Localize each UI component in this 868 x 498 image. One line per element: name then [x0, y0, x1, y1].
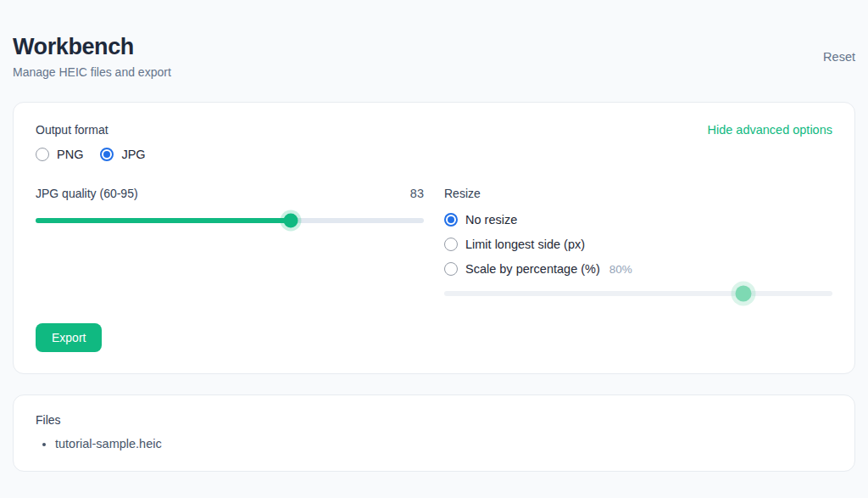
quality-section: JPG quality (60-95) 83 [36, 187, 424, 301]
scale-percentage-slider[interactable] [444, 286, 832, 301]
resize-section: Resize No resize Limit longest side (px)… [444, 187, 832, 301]
radio-icon[interactable] [444, 262, 458, 276]
format-option-label: PNG [57, 148, 83, 161]
resize-option-label: No resize [465, 213, 517, 227]
slider-thumb[interactable] [283, 214, 298, 228]
format-option-png[interactable]: PNG [36, 148, 83, 161]
resize-option-label: Limit longest side (px) [465, 238, 585, 251]
slider-thumb[interactable] [735, 286, 751, 302]
page-subtitle: Manage HEIC files and export [13, 65, 171, 79]
export-button[interactable]: Export [36, 323, 102, 352]
scale-percentage-value: 80% [609, 263, 632, 276]
resize-label: Resize [444, 187, 832, 200]
resize-option-scale-by-percentage[interactable]: Scale by percentage (%) 80% [444, 262, 832, 276]
radio-icon[interactable] [36, 148, 49, 161]
quality-value: 83 [410, 187, 424, 200]
hide-advanced-options-link[interactable]: Hide advanced options [707, 123, 832, 137]
radio-icon[interactable] [444, 213, 458, 227]
radio-icon[interactable] [100, 148, 114, 161]
reset-button[interactable]: Reset [823, 50, 855, 64]
quality-header: JPG quality (60-95) 83 [36, 187, 424, 200]
slider-fill [36, 218, 291, 223]
resize-option-label: Scale by percentage (%) [465, 262, 600, 276]
page-header: Workbench Manage HEIC files and export R… [13, 0, 855, 79]
quality-label: JPG quality (60-95) [36, 187, 138, 200]
format-radio-group: PNG JPG [36, 148, 832, 161]
jpg-quality-slider[interactable] [36, 213, 424, 228]
page-heading-group: Workbench Manage HEIC files and export [13, 34, 171, 79]
settings-grid: JPG quality (60-95) 83 Resize No resize [36, 187, 832, 301]
card-top-row: Output format Hide advanced options [36, 123, 832, 137]
files-card: Files tutorial-sample.heic [13, 394, 855, 472]
resize-option-no-resize[interactable]: No resize [444, 213, 832, 227]
file-list: tutorial-sample.heic [36, 435, 832, 452]
workbench-page: Workbench Manage HEIC files and export R… [0, 0, 868, 472]
format-option-label: JPG [121, 148, 145, 161]
export-settings-card: Output format Hide advanced options PNG … [13, 102, 855, 374]
resize-option-limit-longest-side[interactable]: Limit longest side (px) [444, 238, 832, 251]
output-format-label: Output format [36, 123, 108, 137]
radio-icon[interactable] [444, 238, 458, 251]
page-title: Workbench [13, 34, 171, 60]
slider-track [444, 291, 832, 296]
file-list-item: tutorial-sample.heic [55, 435, 832, 452]
files-title: Files [36, 413, 61, 427]
format-option-jpg[interactable]: JPG [100, 148, 145, 161]
